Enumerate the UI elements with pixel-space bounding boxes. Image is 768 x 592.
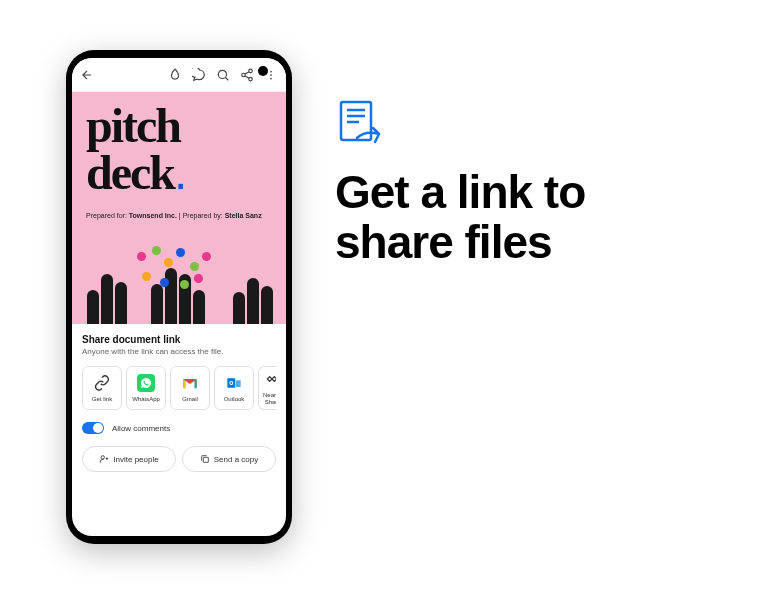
nearby-share-icon — [263, 370, 276, 388]
svg-point-2 — [242, 73, 246, 77]
svg-point-4 — [270, 70, 272, 72]
invite-button-label: Invite people — [113, 455, 158, 464]
svg-rect-7 — [227, 378, 235, 387]
marketing-section: Get a link to share files — [335, 98, 735, 267]
share-option-gmail[interactable]: Gmail — [170, 366, 210, 410]
share-option-label: Nearby Share — [263, 392, 276, 405]
share-icon[interactable] — [240, 68, 254, 82]
allow-comments-row: Allow comments — [82, 422, 276, 434]
prepared-by-value: Stella Sanz — [225, 212, 262, 219]
document-share-icon — [335, 98, 391, 154]
share-options-row: Get link WhatsApp Gmail — [82, 366, 276, 410]
send-copy-label: Send a copy — [214, 455, 258, 464]
share-option-outlook[interactable]: Outlook — [214, 366, 254, 410]
copy-icon — [200, 454, 210, 464]
person-add-icon — [99, 454, 109, 464]
send-copy-button[interactable]: Send a copy — [182, 446, 276, 472]
share-sheet: Share document link Anyone with the link… — [72, 324, 286, 480]
prepared-for-value: Townsend Inc. — [129, 212, 177, 219]
app-toolbar — [72, 58, 286, 92]
share-option-label: Gmail — [182, 396, 198, 403]
liquid-mode-icon[interactable] — [168, 68, 182, 82]
search-icon[interactable] — [216, 68, 230, 82]
svg-point-3 — [249, 77, 253, 81]
camera-hole — [258, 66, 268, 76]
share-option-nearby[interactable]: Nearby Share — [258, 366, 276, 410]
svg-point-1 — [249, 69, 253, 73]
share-option-whatsapp[interactable]: WhatsApp — [126, 366, 166, 410]
share-option-getlink[interactable]: Get link — [82, 366, 122, 410]
link-icon — [93, 374, 111, 392]
gmail-icon — [181, 374, 199, 392]
share-title: Share document link — [82, 334, 276, 345]
svg-point-0 — [218, 70, 226, 78]
share-option-label: Outlook — [224, 396, 245, 403]
document-title-dot: . — [174, 146, 187, 199]
document-subtitle: Prepared for: Townsend Inc. | Prepared b… — [86, 212, 272, 219]
whatsapp-icon — [137, 374, 155, 392]
svg-rect-9 — [203, 457, 208, 462]
phone-frame: pitch deck. Prepared for: Townsend Inc. … — [66, 50, 292, 544]
document-preview: pitch deck. Prepared for: Townsend Inc. … — [72, 92, 286, 324]
share-subtitle: Anyone with the link can access the file… — [82, 347, 276, 356]
prepared-by-label: Prepared by: — [183, 212, 225, 219]
marketing-headline: Get a link to share files — [335, 168, 735, 267]
back-icon[interactable] — [80, 68, 94, 82]
allow-comments-label: Allow comments — [112, 424, 170, 433]
headline-line1: Get a link to — [335, 168, 735, 218]
phone-screen: pitch deck. Prepared for: Townsend Inc. … — [72, 58, 286, 536]
hands-illustration — [72, 244, 286, 324]
share-option-label: WhatsApp — [132, 396, 160, 403]
svg-point-6 — [270, 77, 272, 79]
headline-line2: share files — [335, 218, 735, 268]
comment-icon[interactable] — [192, 68, 206, 82]
share-option-label: Get link — [92, 396, 112, 403]
outlook-icon — [225, 374, 243, 392]
allow-comments-toggle[interactable] — [82, 422, 104, 434]
document-title-line1: pitch — [86, 106, 272, 145]
invite-people-button[interactable]: Invite people — [82, 446, 176, 472]
prepared-for-label: Prepared for: — [86, 212, 129, 219]
document-title-line2: deck — [86, 146, 174, 199]
svg-point-8 — [101, 456, 104, 459]
action-buttons-row: Invite people Send a copy — [82, 446, 276, 472]
svg-point-5 — [270, 74, 272, 76]
